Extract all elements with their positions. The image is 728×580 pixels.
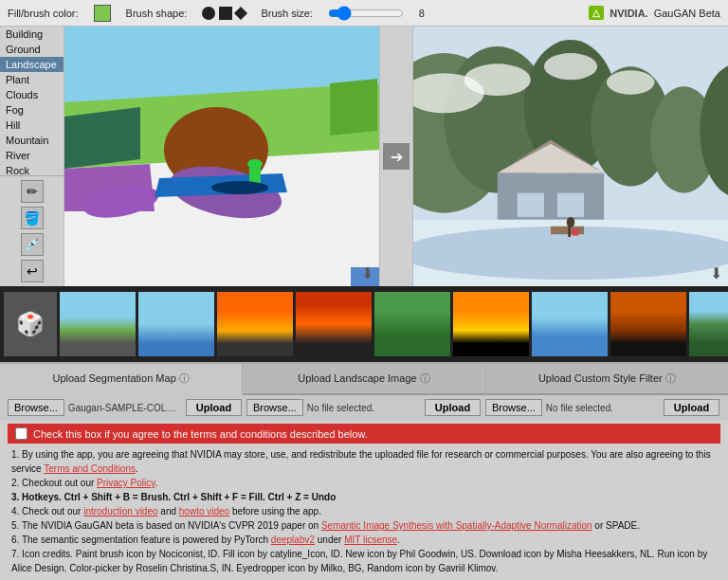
terms-line2: 2. Checkout out our Privacy Policy. — [11, 476, 717, 490]
upload-tab-style[interactable]: Upload Custom Style Filter ⓘ — [486, 364, 728, 395]
upload-seg-label: Upload Segmentation Map — [53, 372, 176, 384]
brush-size-value: 8 — [419, 8, 425, 19]
random-dice-button[interactable]: 🎲 — [4, 292, 57, 356]
upload-style-button[interactable]: Upload — [664, 399, 719, 416]
seg-file-name: Gaugan-SAMPLE-COLOR PALETTE-ColorsOnly.p… — [68, 403, 182, 413]
upload-landscape-info-icon: ⓘ — [420, 372, 430, 384]
run-button[interactable]: ➔ — [379, 27, 413, 286]
intro-video-link[interactable]: introduction video — [83, 506, 157, 517]
thumbnail-5[interactable] — [374, 292, 450, 356]
terms-section: Check this box if you agree to the terms… — [0, 420, 728, 579]
thumbnail-8[interactable] — [610, 292, 686, 356]
thumbnail-2[interactable] — [138, 292, 214, 356]
style-file-name: No file selected. — [546, 403, 660, 413]
terms-line4: 4. Check out our introduction video and … — [11, 504, 717, 518]
upload-tab-segmentation[interactable]: Upload Segmentation Map ⓘ — [0, 364, 243, 395]
browse-seg-button[interactable]: Browse... — [8, 399, 64, 416]
upload-landscape-button[interactable]: Upload — [425, 399, 481, 416]
circle-shape[interactable] — [202, 7, 215, 20]
dice-icon: 🎲 — [16, 311, 45, 337]
category-list: BuildingGroundLandscapePlantCloudsFogHil… — [0, 27, 64, 175]
terms-line3: 3. Hotkeys. Ctrl + Shift + B = Brush. Ct… — [11, 490, 717, 504]
category-rock[interactable]: Rock — [0, 163, 64, 175]
generated-image-area: ⬇ — [413, 27, 728, 286]
pencil-tool[interactable]: ✏ — [21, 180, 44, 203]
upload-tabs: Upload Segmentation Map ⓘ Upload Landsca… — [0, 364, 728, 395]
thumbnail-4[interactable] — [296, 292, 372, 356]
terms-line6: 6. The semantic segmentation feature is … — [11, 533, 717, 547]
terms-content: 1. By using the app, you are agreeing th… — [8, 447, 720, 575]
upload-section: Upload Segmentation Map ⓘ Upload Landsca… — [0, 362, 728, 420]
upload-seg-button[interactable]: Upload — [186, 399, 242, 416]
download-generated-icon[interactable]: ⬇ — [710, 264, 722, 282]
terms-conditions-link[interactable]: Terms and Conditions — [44, 463, 136, 474]
segmentation-canvas-area[interactable]: ⬇ — [64, 27, 379, 286]
browse-style-button[interactable]: Browse... — [485, 399, 542, 416]
category-clouds[interactable]: Clouds — [0, 87, 64, 102]
nvidia-text: NVIDIA. — [610, 8, 647, 19]
fill-tool[interactable]: 🪣 — [21, 207, 44, 229]
main-layout: BuildingGroundLandscapePlantCloudsFogHil… — [0, 27, 728, 286]
arrow-icon: ➔ — [383, 143, 410, 170]
eyedropper-tool[interactable]: 💉 — [21, 233, 44, 256]
upload-landscape-label: Upload Landscape Image — [298, 372, 416, 384]
square-shape[interactable] — [219, 7, 232, 20]
terms-line1: 1. By using the app, you are agreeing th… — [11, 447, 717, 476]
color-swatch[interactable] — [94, 5, 111, 22]
terms-checkbox-row: Check this box if you agree to the terms… — [8, 424, 720, 444]
thumbnail-1[interactable] — [60, 292, 136, 356]
category-building[interactable]: Building — [0, 27, 64, 42]
paper-link[interactable]: Semantic Image Synthesis with Spatially-… — [321, 520, 592, 531]
brush-size-label: Brush size: — [261, 8, 312, 19]
category-river[interactable]: River — [0, 148, 64, 163]
howto-video-link[interactable]: howto video — [179, 506, 229, 517]
terms-checkbox[interactable] — [15, 427, 27, 440]
thumbnail-3[interactable] — [217, 292, 293, 356]
tools-panel: ✏ 🪣 💉 ↩ — [0, 175, 64, 286]
upload-controls: Browse... Gaugan-SAMPLE-COLOR PALETTE-Co… — [0, 395, 728, 420]
terms-checkbox-label: Check this box if you agree to the terms… — [33, 428, 368, 440]
category-fog[interactable]: Fog — [0, 102, 64, 118]
category-hill[interactable]: Hill — [0, 118, 64, 133]
upload-style-info-icon: ⓘ — [665, 372, 676, 384]
upload-seg-info-icon: ⓘ — [179, 372, 190, 384]
thumbnails-row: 🎲 — [0, 286, 728, 362]
landscape-file-name: No file selected. — [307, 403, 421, 413]
diamond-shape[interactable] — [234, 6, 247, 19]
upload-landscape-group: Browse... No file selected. Upload — [246, 399, 482, 416]
browse-landscape-button[interactable]: Browse... — [246, 399, 303, 416]
undo-tool[interactable]: ↩ — [21, 260, 44, 282]
deeplabv2-link[interactable]: deeplabv2 — [271, 535, 315, 545]
nvidia-icon: △ — [589, 6, 604, 20]
privacy-policy-link[interactable]: Privacy Policy — [97, 478, 155, 488]
category-plant[interactable]: Plant — [0, 72, 64, 87]
thumbnail-7[interactable] — [532, 292, 608, 356]
fill-brush-label: Fill/brush color: — [8, 8, 79, 19]
download-seg-icon[interactable]: ⬇ — [361, 264, 373, 282]
brush-shape-label: Brush shape: — [126, 8, 188, 19]
thumbnail-9[interactable] — [689, 292, 728, 356]
brush-shapes — [202, 7, 246, 20]
category-ground[interactable]: Ground — [0, 42, 64, 57]
category-landscape[interactable]: Landscape — [0, 57, 64, 72]
upload-style-label: Upload Custom Style Filter — [538, 372, 663, 384]
segmentation-canvas[interactable] — [64, 27, 379, 286]
terms-line7: 7. Icon credits. Paint brush icon by Noc… — [11, 547, 717, 575]
terms-line5: 5. The NVIDIA GauGAN beta is based on NV… — [11, 518, 717, 533]
nvidia-logo: △ NVIDIA. GauGAN Beta — [589, 6, 720, 20]
svg-rect-22 — [413, 27, 728, 286]
gaugan-beta-label: GauGAN Beta — [654, 8, 720, 19]
toolbar: Fill/brush color: Brush shape: Brush siz… — [0, 0, 728, 27]
upload-seg-group: Browse... Gaugan-SAMPLE-COLOR PALETTE-Co… — [8, 399, 243, 416]
mit-link[interactable]: MIT licsense — [344, 535, 397, 545]
brush-size-slider[interactable] — [328, 6, 404, 21]
upload-tab-landscape[interactable]: Upload Landscape Image ⓘ — [243, 364, 485, 395]
generated-image — [413, 27, 728, 286]
upload-style-group: Browse... No file selected. Upload — [485, 399, 720, 416]
left-panel: BuildingGroundLandscapePlantCloudsFogHil… — [0, 27, 64, 286]
thumbnail-6[interactable] — [453, 292, 529, 356]
category-mountain[interactable]: Mountain — [0, 133, 64, 148]
